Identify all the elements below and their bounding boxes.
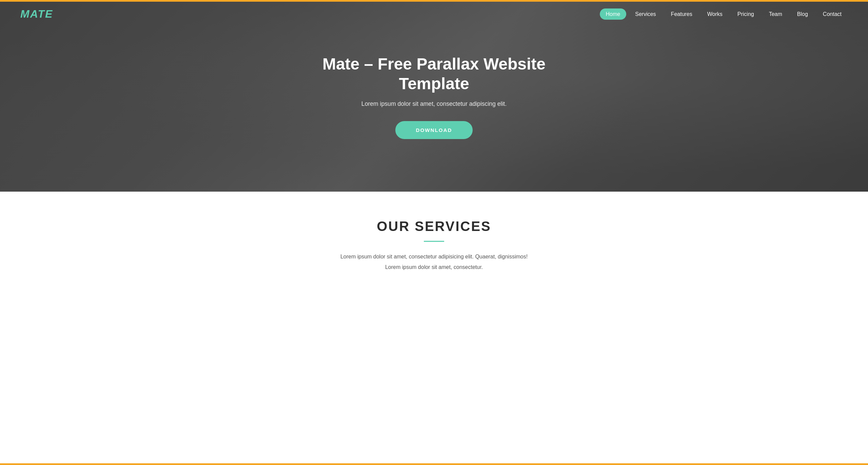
hero-title: Mate – Free Parallax Website Template [295,54,573,93]
hero-section: Mate – Free Parallax Website Template Lo… [0,2,868,192]
services-section: OUR SERVICES Lorem ipsum dolor sit amet,… [0,192,868,293]
nav-item-pricing[interactable]: Pricing [731,11,760,17]
services-title: OUR SERVICES [14,219,854,234]
navbar: MATE Home Services Features Works Pricin… [0,2,868,26]
services-desc-line1: Lorem ipsum dolor sit amet, consectetur … [315,252,553,261]
nav-link-pricing[interactable]: Pricing [731,8,760,20]
nav-link-home[interactable]: Home [600,8,627,20]
hero-subtitle: Lorem ipsum dolor sit amet, consectetur … [295,100,573,108]
hero-content: Mate – Free Parallax Website Template Lo… [281,54,587,139]
logo[interactable]: MATE [20,8,53,20]
nav-item-services[interactable]: Services [629,11,662,17]
nav-link-contact[interactable]: Contact [817,8,848,20]
nav-link-team[interactable]: Team [763,8,788,20]
download-button[interactable]: DOWNLOAD [395,121,472,139]
nav-link-works[interactable]: Works [701,8,729,20]
services-description: Lorem ipsum dolor sit amet, consectetur … [315,252,553,272]
nav-item-blog[interactable]: Blog [791,11,814,17]
nav-links: Home Services Features Works Pricing Tea… [600,11,848,17]
nav-link-services[interactable]: Services [629,8,662,20]
nav-link-blog[interactable]: Blog [791,8,814,20]
nav-item-works[interactable]: Works [701,11,729,17]
services-desc-line2: Lorem ipsum dolor sit amet, consectetur. [315,263,553,272]
nav-item-features[interactable]: Features [665,11,698,17]
nav-link-features[interactable]: Features [665,8,698,20]
nav-item-team[interactable]: Team [763,11,788,17]
services-divider [424,241,444,242]
nav-item-home[interactable]: Home [600,11,627,17]
nav-item-contact[interactable]: Contact [817,11,848,17]
